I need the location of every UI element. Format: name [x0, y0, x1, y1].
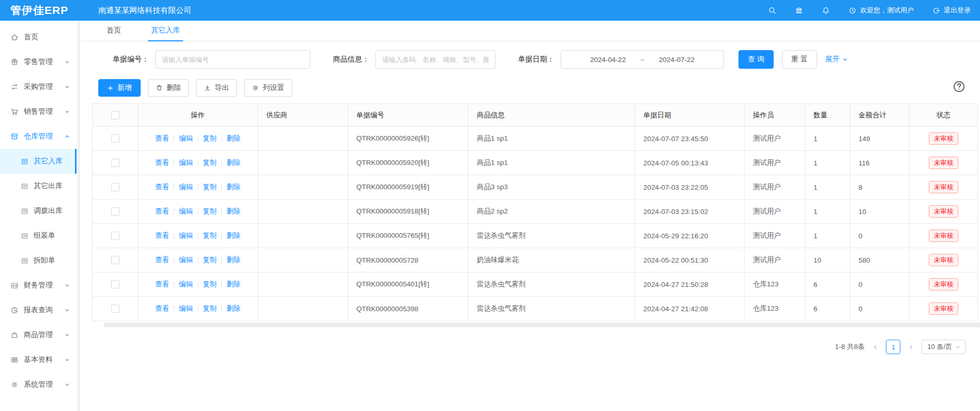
edit-link[interactable]: 编辑 — [179, 231, 193, 240]
sidebar-item-reports[interactable]: 报表查询 — [0, 298, 77, 323]
sidebar-item-other-outbound[interactable]: 其它出库 — [0, 174, 77, 199]
export-button[interactable]: 导出 — [196, 79, 237, 97]
row-checkbox[interactable] — [111, 305, 119, 313]
add-button[interactable]: 新增 — [98, 79, 141, 97]
order-no-input[interactable] — [155, 50, 310, 69]
view-link[interactable]: 查看 — [155, 304, 169, 313]
cell-date: 2024-04-27 21:50:28 — [635, 272, 745, 297]
help-icon[interactable] — [953, 80, 966, 93]
order-date-label: 单据日期： — [518, 55, 554, 64]
divider — [198, 281, 198, 288]
reset-button[interactable]: 重 置 — [782, 50, 817, 69]
user-menu[interactable]: 欢迎您，测试用户 — [849, 6, 914, 15]
doc-icon — [21, 232, 28, 240]
divider — [174, 208, 174, 215]
row-checkbox[interactable] — [111, 134, 119, 143]
select-all-checkbox[interactable] — [111, 111, 119, 119]
sidebar-item-retail[interactable]: 零售管理 — [0, 50, 77, 74]
divider — [221, 135, 222, 142]
copy-link[interactable]: 复制 — [203, 280, 217, 289]
divider — [174, 281, 174, 288]
logout-label: 退出登录 — [944, 6, 971, 15]
sidebar-item-sales[interactable]: 销售管理 — [0, 99, 77, 124]
view-link[interactable]: 查看 — [155, 255, 169, 265]
date-range-picker[interactable]: 2024-04-22 ~ 2024-07-22 — [561, 50, 724, 69]
delete-link[interactable]: 删除 — [227, 158, 240, 168]
cell-date: 2024-05-29 22:16:20 — [635, 224, 745, 248]
view-link[interactable]: 查看 — [155, 207, 169, 216]
search-icon[interactable] — [768, 6, 776, 14]
logout-button[interactable]: 退出登录 — [932, 6, 971, 15]
view-link[interactable]: 查看 — [155, 280, 169, 289]
edit-link[interactable]: 编辑 — [179, 304, 193, 313]
sidebar-item-disassembly[interactable]: 拆卸单 — [0, 248, 77, 273]
tab-home[interactable]: 首页 — [103, 21, 124, 41]
edit-link[interactable]: 编辑 — [179, 182, 193, 192]
edit-link[interactable]: 编辑 — [179, 134, 193, 143]
product-info-input[interactable] — [375, 50, 495, 69]
sidebar-item-assembly[interactable]: 组装单 — [0, 223, 77, 248]
page-size-select[interactable]: 10 条/页 — [922, 340, 966, 354]
delete-button[interactable]: 删除 — [148, 79, 189, 97]
horizontal-scrollbar[interactable] — [103, 323, 980, 327]
sidebar-item-home[interactable]: 首页 — [0, 25, 77, 50]
copy-link[interactable]: 复制 — [203, 182, 217, 192]
cell-amount: 116 — [850, 151, 910, 175]
view-link[interactable]: 查看 — [155, 158, 169, 168]
date-to-value[interactable]: 2024-07-22 — [659, 56, 695, 64]
search-button[interactable]: 查 询 — [738, 50, 774, 69]
plus-icon — [107, 85, 114, 92]
edit-link[interactable]: 编辑 — [179, 158, 193, 168]
sidebar-item-system[interactable]: 系统管理 — [0, 372, 77, 397]
pagination-total: 1-8 共8条 — [835, 342, 865, 352]
row-checkbox[interactable] — [111, 280, 119, 288]
header-order-no: 单据编号 — [348, 104, 469, 127]
table-row: 查看编辑复制删除 QTRK00000005401[转] 雷达杀虫气雾剂 2024… — [93, 272, 978, 297]
edit-link[interactable]: 编辑 — [179, 207, 193, 216]
grid-icon — [10, 356, 19, 364]
row-checkbox[interactable] — [111, 183, 119, 191]
edit-link[interactable]: 编辑 — [179, 280, 193, 289]
delete-link[interactable]: 删除 — [227, 207, 240, 216]
tab-other-inbound[interactable]: 其它入库 — [148, 21, 183, 41]
copy-link[interactable]: 复制 — [203, 304, 217, 313]
cell-product: 商品2 sp2 — [469, 200, 635, 224]
bank-icon[interactable] — [795, 6, 803, 14]
row-checkbox[interactable] — [111, 232, 119, 240]
view-link[interactable]: 查看 — [155, 134, 169, 143]
view-link[interactable]: 查看 — [155, 182, 169, 192]
copy-link[interactable]: 复制 — [203, 231, 217, 240]
copy-link[interactable]: 复制 — [203, 207, 217, 216]
delete-link[interactable]: 删除 — [227, 182, 240, 192]
chevron-down-icon — [842, 56, 848, 63]
copy-link[interactable]: 复制 — [203, 255, 217, 265]
bell-icon[interactable] — [822, 6, 830, 14]
delete-link[interactable]: 删除 — [227, 231, 240, 240]
date-from-value[interactable]: 2024-04-22 — [590, 56, 626, 64]
prev-page-button[interactable] — [872, 344, 879, 351]
sidebar-item-warehouse[interactable]: 仓库管理 — [0, 124, 77, 149]
delete-link[interactable]: 删除 — [227, 134, 240, 143]
sidebar-item-finance[interactable]: 财务管理 — [0, 273, 77, 298]
view-link[interactable]: 查看 — [155, 231, 169, 240]
row-checkbox[interactable] — [111, 256, 119, 264]
sidebar-item-goods[interactable]: 商品管理 — [0, 323, 77, 347]
sidebar-item-other-inbound[interactable]: 其它入库 — [0, 149, 77, 174]
page-number-1[interactable]: 1 — [886, 340, 900, 354]
next-page-button[interactable] — [908, 344, 914, 351]
cell-qty: 1 — [805, 224, 850, 248]
edit-link[interactable]: 编辑 — [179, 255, 193, 265]
sidebar-item-transfer-outbound[interactable]: 调拨出库 — [0, 199, 77, 223]
status-badge: 未审核 — [929, 278, 959, 291]
delete-link[interactable]: 删除 — [227, 280, 240, 289]
row-checkbox[interactable] — [111, 159, 119, 167]
column-settings-button[interactable]: 列设置 — [244, 79, 292, 97]
copy-link[interactable]: 复制 — [203, 134, 217, 143]
sidebar-item-basic-data[interactable]: 基本资料 — [0, 347, 77, 372]
delete-link[interactable]: 删除 — [227, 255, 240, 265]
sidebar-item-purchase[interactable]: 采购管理 — [0, 74, 77, 99]
expand-link[interactable]: 展开 — [825, 55, 848, 64]
row-checkbox[interactable] — [111, 207, 119, 216]
copy-link[interactable]: 复制 — [203, 158, 217, 168]
delete-link[interactable]: 删除 — [227, 304, 240, 313]
